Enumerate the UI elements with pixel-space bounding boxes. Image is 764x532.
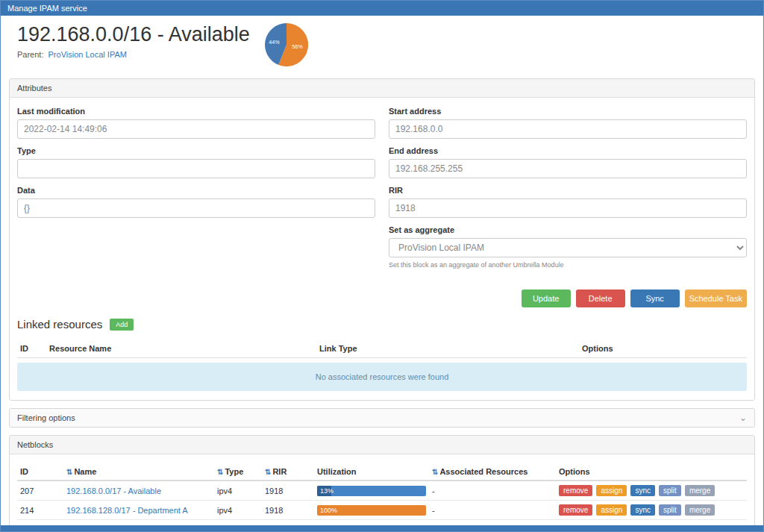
type-input[interactable]	[17, 159, 375, 178]
netblocks-table: ID ⇅Name ⇅Type ⇅RIR Utilization ⇅Associa…	[17, 463, 747, 520]
utilization-pie-chart: 44% 56%	[265, 23, 308, 69]
netblock-row: 214 192.168.128.0/17 - Department A ipv4…	[17, 501, 747, 520]
data-input[interactable]	[17, 198, 375, 218]
nb-col-associated-label: Associated Resources	[439, 467, 527, 476]
manage-ipam-page: Manage IPAM service 192.168.0.0/16 - Ava…	[0, 0, 764, 532]
last-modification-input[interactable]	[17, 119, 375, 139]
sort-icon[interactable]: ⇅	[265, 468, 271, 476]
filtering-options-panel: Filtering options ⌄	[9, 408, 755, 428]
linked-resources-table: ID Resource Name Link Type Options	[17, 339, 747, 358]
lr-col-link-type: Link Type	[316, 339, 579, 358]
sort-icon[interactable]: ⇅	[217, 468, 223, 476]
netblock-row: 207 192.168.0.0/17 - Available ipv4 1918…	[17, 481, 747, 501]
netblock-options: remove assign sync split merge	[556, 501, 747, 520]
form-right-column: Start address End address RIR Set as agg…	[389, 107, 747, 276]
field-last-modification: Last modification	[17, 107, 375, 139]
netblocks-header-row: ID ⇅Name ⇅Type ⇅RIR Utilization ⇅Associa…	[17, 463, 747, 481]
pie-label-56: 56%	[292, 43, 303, 50]
nb-col-name-label: Name	[74, 467, 96, 476]
type-label: Type	[17, 146, 375, 155]
netblock-name-link[interactable]: 192.168.0.0/17 - Available	[66, 486, 161, 495]
utilization-cell: 13%	[314, 481, 429, 501]
update-button[interactable]: Update	[522, 290, 571, 307]
delete-button[interactable]: Delete	[576, 290, 625, 307]
attributes-panel: Attributes Last modification Type Data	[9, 78, 755, 401]
lr-col-resource-name: Resource Name	[46, 339, 316, 358]
add-linked-resource-button[interactable]: Add	[110, 319, 134, 331]
start-address-input[interactable]	[389, 119, 747, 139]
linked-resources-header-row: ID Resource Name Link Type Options	[17, 339, 747, 358]
field-rir: RIR	[389, 186, 747, 218]
utilization-fill: 100%	[317, 505, 426, 516]
sort-icon[interactable]: ⇅	[432, 468, 438, 476]
netblock-id: 214	[17, 501, 63, 520]
utilization-fill: 13%	[317, 486, 331, 496]
sync-row-button[interactable]: sync	[630, 504, 655, 516]
sort-icon[interactable]: ⇅	[66, 468, 72, 476]
nb-col-associated[interactable]: ⇅Associated Resources	[429, 463, 556, 481]
data-label: Data	[17, 186, 375, 195]
sync-row-button[interactable]: sync	[630, 485, 655, 496]
page-title: 192.168.0.0/16 - Available	[17, 23, 250, 46]
merge-button[interactable]: merge	[685, 504, 715, 516]
sync-button[interactable]: Sync	[630, 290, 680, 307]
aggregate-help-text: Set this block as an aggregate of anothe…	[389, 261, 747, 269]
field-end-address: End address	[389, 146, 747, 178]
netblock-type: ipv4	[214, 501, 262, 520]
footer-bar	[1, 525, 763, 531]
form-left-column: Last modification Type Data	[17, 107, 375, 276]
split-button[interactable]: split	[659, 504, 681, 516]
end-address-input[interactable]	[389, 159, 747, 178]
associated-resources: -	[429, 501, 556, 520]
associated-resources: -	[429, 481, 556, 501]
merge-button[interactable]: merge	[685, 485, 715, 496]
remove-button[interactable]: remove	[559, 504, 592, 516]
filtering-options-header[interactable]: Filtering options ⌄	[10, 409, 754, 427]
nb-col-options: Options	[556, 463, 747, 481]
no-resources-alert: No associated resources were found	[17, 363, 747, 391]
netblock-options: remove assign sync split merge	[556, 481, 747, 501]
field-type: Type	[17, 146, 375, 178]
nb-col-id: ID	[17, 463, 63, 481]
netblock-type: ipv4	[214, 481, 262, 501]
attributes-actions: Update Delete Sync Schedule Task	[17, 290, 747, 307]
end-address-label: End address	[389, 146, 747, 155]
netblocks-panel-body: ID ⇅Name ⇅Type ⇅RIR Utilization ⇅Associa…	[10, 454, 754, 532]
utilization-cell: 100%	[314, 501, 429, 520]
netblock-rir: 1918	[262, 481, 314, 501]
page-title-block: 192.168.0.0/16 - Available Parent: ProVi…	[17, 23, 250, 59]
parent-line: Parent: ProVision Local IPAM	[17, 50, 250, 59]
attributes-panel-body: Last modification Type Data Start addres	[10, 98, 754, 400]
pie-svg: 44% 56%	[265, 23, 308, 66]
linked-resources-header: Linked resources Add	[17, 318, 747, 331]
nb-col-rir[interactable]: ⇅RIR	[262, 463, 314, 481]
start-address-label: Start address	[389, 107, 747, 116]
window-title: Manage IPAM service	[7, 4, 87, 13]
field-data: Data	[17, 186, 375, 218]
last-modification-label: Last modification	[17, 107, 375, 116]
chevron-down-icon[interactable]: ⌄	[739, 415, 747, 421]
rir-input[interactable]	[389, 198, 747, 218]
netblocks-panel-header: Netblocks	[10, 436, 754, 454]
parent-label: Parent:	[17, 50, 43, 59]
netblock-name-link[interactable]: 192.168.128.0/17 - Department A	[66, 506, 188, 515]
remove-button[interactable]: remove	[559, 485, 592, 496]
rir-label: RIR	[389, 186, 747, 195]
netblock-id: 207	[17, 481, 63, 501]
lr-col-id: ID	[17, 339, 46, 358]
pie-label-44: 44%	[269, 39, 280, 46]
nb-col-utilization: Utilization	[314, 463, 429, 481]
aggregate-label: Set as aggregate	[389, 225, 747, 234]
schedule-task-button[interactable]: Schedule Task	[685, 290, 747, 307]
split-button[interactable]: split	[659, 485, 681, 496]
aggregate-select[interactable]: ProVision Local IPAM	[389, 238, 747, 257]
nb-col-name[interactable]: ⇅Name	[63, 463, 214, 481]
nb-col-type-label: Type	[225, 467, 243, 476]
nb-col-type[interactable]: ⇅Type	[214, 463, 262, 481]
nb-col-rir-label: RIR	[272, 467, 286, 476]
assign-button[interactable]: assign	[596, 504, 627, 516]
assign-button[interactable]: assign	[596, 485, 627, 496]
parent-link[interactable]: ProVision Local IPAM	[48, 50, 127, 59]
attributes-form: Last modification Type Data Start addres	[17, 107, 747, 276]
field-start-address: Start address	[389, 107, 747, 139]
